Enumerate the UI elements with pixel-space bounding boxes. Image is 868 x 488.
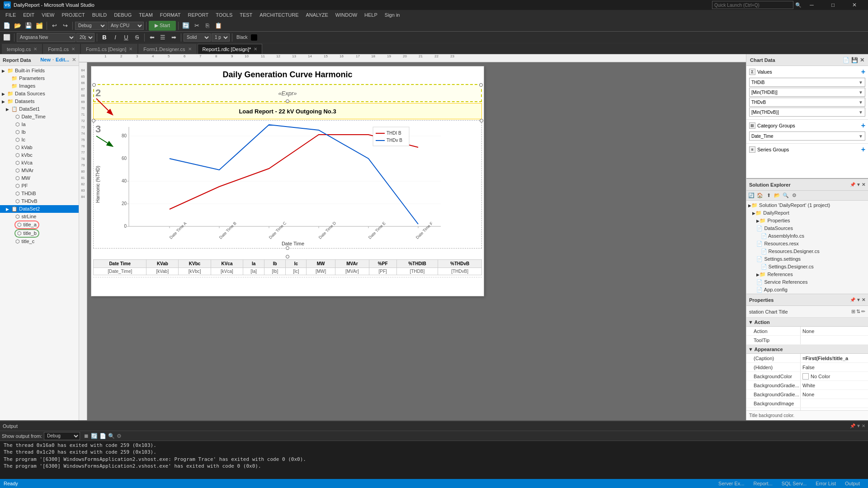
- se-item-app-config[interactable]: 📄 App.config: [746, 286, 868, 294]
- menu-item-sign-in[interactable]: Sign in: [381, 10, 404, 20]
- handle-bm[interactable]: [286, 99, 289, 103]
- se-btn-1[interactable]: 🔄: [747, 192, 755, 200]
- output-btn-3[interactable]: 📄: [99, 433, 106, 439]
- border-width-select[interactable]: 1 pt: [212, 33, 230, 42]
- output-btn-4[interactable]: 🔍: [108, 433, 115, 439]
- tree-item-thdib[interactable]: ⬡ THDiB: [0, 190, 79, 197]
- tree-item-built-in-fields[interactable]: ▶📁 Built-in Fields: [0, 67, 79, 75]
- save-btn[interactable]: 💾: [24, 21, 33, 31]
- se-item-references[interactable]: ▶ 📁 References: [746, 271, 868, 278]
- tree-item-kvbc[interactable]: ⬡ kVbc: [0, 151, 79, 159]
- se-close-btn[interactable]: ✕: [862, 182, 865, 187]
- tab-close-templog.cs[interactable]: ✕: [33, 47, 37, 52]
- se-item-settings-settings[interactable]: 📄 Settings.settings: [746, 255, 868, 263]
- copy-btn[interactable]: ⎘: [203, 21, 212, 31]
- se-btn-4[interactable]: 📂: [773, 192, 781, 200]
- values-add-btn[interactable]: +: [861, 68, 865, 76]
- menu-item-view[interactable]: VIEW: [38, 10, 58, 20]
- action-group-header[interactable]: ▼ Action: [746, 318, 868, 327]
- tab-form1.cs[interactable]: Form1.cs✕: [43, 44, 80, 54]
- status-tab-report-[interactable]: Report...: [749, 480, 777, 487]
- tab-templog.cs[interactable]: templog.cs✕: [2, 44, 42, 54]
- props-dropdown-btn[interactable]: ▼: [856, 297, 861, 302]
- props-grid-btn[interactable]: ⊞: [851, 309, 855, 314]
- menu-item-build[interactable]: BUILD: [89, 10, 110, 20]
- se-pin-btn[interactable]: 📌: [850, 182, 855, 187]
- menu-item-team[interactable]: TEAM: [135, 10, 156, 20]
- status-tab-sql-serv-[interactable]: SQL Serv...: [777, 480, 811, 487]
- cpu-select[interactable]: Any CPU: [108, 22, 144, 30]
- menu-item-file[interactable]: FILE: [2, 10, 19, 20]
- appearance-group-header[interactable]: ▼ Appearance: [746, 345, 868, 354]
- se-btn-6[interactable]: ⚙: [790, 192, 798, 200]
- cut-btn[interactable]: ✂: [192, 21, 202, 31]
- thdib-field[interactable]: THDiB ▼: [749, 78, 865, 87]
- quick-launch-input[interactable]: [712, 1, 793, 9]
- menu-item-debug[interactable]: DEBUG: [110, 10, 135, 20]
- series-add-btn[interactable]: +: [861, 145, 865, 154]
- chart-handle-tl[interactable]: [92, 119, 95, 122]
- props-close-btn[interactable]: ✕: [862, 297, 865, 302]
- tree-item-mw[interactable]: ⬡ MW: [0, 174, 79, 182]
- datetime-group-field[interactable]: Date_Time ▼: [749, 131, 865, 141]
- status-tab-error-list[interactable]: Error List: [811, 480, 840, 487]
- tab-form1.designer.cs[interactable]: Form1.Designer.cs✕: [138, 44, 196, 54]
- se-item-resources-resx[interactable]: 📄 Resources.resx: [746, 240, 868, 248]
- category-add-btn[interactable]: +: [861, 122, 865, 130]
- tree-item-data-sources[interactable]: ▶📁 Data Sources: [0, 90, 79, 98]
- category-groups-header[interactable]: ⊞ Category Groups +: [749, 122, 865, 130]
- tree-item-title_a[interactable]: ⬡ title_a: [0, 221, 79, 229]
- output-source-select[interactable]: Debug: [44, 432, 80, 440]
- menu-item-format[interactable]: FORMAT: [156, 10, 184, 20]
- menu-item-tools[interactable]: TOOLS: [212, 10, 236, 20]
- chart-data-save-btn[interactable]: 💾: [851, 57, 858, 63]
- menu-item-analyze[interactable]: ANALYZE: [302, 10, 332, 20]
- open-btn[interactable]: 📂: [13, 21, 23, 31]
- strikethrough-button[interactable]: S: [132, 33, 142, 42]
- tree-item-ic[interactable]: ⬡ Ic: [0, 136, 79, 144]
- format-btn-1[interactable]: ⬜: [2, 33, 12, 42]
- handle-tr[interactable]: [479, 83, 483, 87]
- chart-section[interactable]: Harmonic (%THD) 0: [93, 120, 482, 249]
- font-size-select[interactable]: 20pt: [76, 33, 94, 42]
- underline-button[interactable]: U: [121, 33, 131, 42]
- tree-item-parameters[interactable]: 📁 Parameters: [0, 75, 79, 82]
- output-pin-btn[interactable]: 📌: [850, 423, 855, 428]
- tree-item-dataset1[interactable]: ▶📋 DataSet1: [0, 105, 79, 113]
- se-dropdown-btn[interactable]: ▼: [856, 182, 861, 187]
- status-tab-output[interactable]: Output: [840, 480, 864, 487]
- align-right-btn[interactable]: ➡: [169, 33, 179, 42]
- new-project-btn[interactable]: 📄: [2, 21, 12, 31]
- tree-item-kvca[interactable]: ⬡ kVca: [0, 159, 79, 167]
- se-solution-root[interactable]: ▶ 📁 Solution 'DailyReport' (1 project): [746, 202, 868, 209]
- maximize-button[interactable]: □: [823, 0, 843, 10]
- border-style-select[interactable]: Solid: [184, 33, 211, 42]
- tree-item-kvab[interactable]: ⬡ kVab: [0, 144, 79, 151]
- start-button[interactable]: ▶ Start: [149, 21, 176, 31]
- edit-button[interactable]: Edit...: [56, 57, 69, 63]
- expr-section[interactable]: «Expr»: [93, 84, 482, 102]
- tree-item-images[interactable]: 📁 Images: [0, 82, 79, 90]
- handle-tl[interactable]: [92, 83, 96, 87]
- se-item-assemblyinfo-cs[interactable]: 📄 AssemblyInfo.cs: [746, 232, 868, 240]
- save-all-btn[interactable]: 🗂️: [34, 21, 44, 31]
- color-swatch-btn[interactable]: [251, 34, 257, 41]
- refresh-btn[interactable]: 🔄: [181, 21, 191, 31]
- tree-item-thdvb[interactable]: ⬡ THDvB: [0, 197, 79, 205]
- menu-item-window[interactable]: WINDOW: [332, 10, 361, 20]
- tab-close-form1.cs-[design][interactable]: ✕: [129, 47, 132, 52]
- props-sort-btn[interactable]: ⇅: [856, 309, 860, 314]
- se-btn-3[interactable]: ⬆: [764, 192, 773, 200]
- tab-close-report1.rdlc-[design]*[interactable]: ✕: [254, 47, 257, 52]
- output-btn-1[interactable]: ⏹: [84, 433, 89, 439]
- tree-item-title_b[interactable]: ⬡ title_b: [0, 229, 79, 238]
- close-button[interactable]: ✕: [844, 0, 864, 10]
- se-item-resources-designer-cs[interactable]: 📄 Resources.Designer.cs: [746, 248, 868, 255]
- min-thdib-field[interactable]: [Min(THDiB)] ▼: [749, 88, 865, 97]
- tab-close-form1.cs[interactable]: ✕: [71, 47, 75, 52]
- output-btn-2[interactable]: 🔄: [91, 433, 98, 439]
- tree-item-title_c[interactable]: ⬡ title_c: [0, 238, 79, 245]
- props-edit-btn[interactable]: ✏: [861, 309, 865, 314]
- se-btn-2[interactable]: 🏠: [756, 192, 764, 200]
- tree-item-date_time[interactable]: ⬡ Date_Time: [0, 113, 79, 121]
